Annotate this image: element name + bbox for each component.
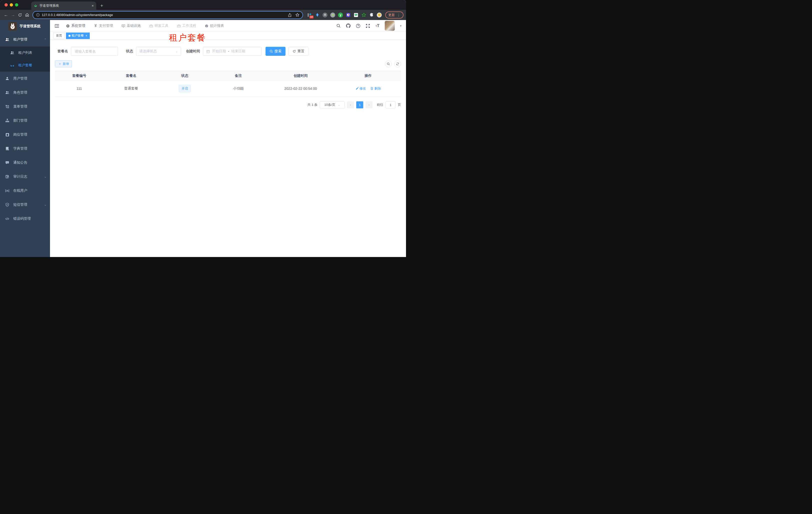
sidebar-item-role-management[interactable]: 角色管理: [0, 86, 50, 100]
ext-smiley-icon[interactable]: [377, 12, 382, 18]
peoples-icon: [5, 37, 9, 42]
ext-puzzle-icon[interactable]: [369, 12, 374, 18]
select-caret-down-icon: ⌄: [175, 50, 178, 53]
tree-icon: [5, 118, 9, 123]
fullscreen-icon[interactable]: [365, 23, 370, 28]
browser-update-chip[interactable]: 更新 ⋮: [385, 11, 404, 19]
share-icon[interactable]: [288, 13, 292, 17]
user-avatar[interactable]: [385, 21, 395, 31]
new-tab-button[interactable]: +: [98, 2, 105, 9]
topnav-item-payment[interactable]: ¥ 支付管理: [94, 24, 113, 28]
post-icon: [5, 133, 9, 137]
topnav-item-workflow[interactable]: 工作流程: [177, 24, 196, 28]
next-page-button[interactable]: ›: [366, 101, 373, 108]
topnav-item-system[interactable]: 系统管理: [66, 24, 85, 28]
sidebar-item-tenant-list[interactable]: 租户列表: [0, 47, 50, 59]
cell-remark: 小功能: [211, 81, 266, 97]
edit-link[interactable]: 修改: [355, 86, 366, 91]
sidebar-item-label: 租户管理: [13, 37, 27, 42]
site-info-icon[interactable]: [36, 13, 40, 17]
browser-menu-dots-icon[interactable]: ⋮: [397, 13, 401, 17]
ext-chat-icon[interactable]: [353, 12, 358, 18]
close-window-button[interactable]: [4, 3, 8, 6]
sidebar-item-notice[interactable]: 通知公告: [0, 156, 50, 170]
sidebar-item-label: 审计日志: [13, 174, 27, 179]
ext-y-icon[interactable]: y: [338, 12, 343, 18]
sidebar-item-tenant-package[interactable]: 租户套餐: [0, 59, 50, 72]
log-icon: [5, 175, 9, 179]
dict-icon: [5, 147, 9, 151]
github-icon[interactable]: [346, 23, 351, 28]
tag-close-icon[interactable]: ×: [86, 34, 87, 37]
sidebar-logo-row[interactable]: 芋道管理系统: [0, 20, 50, 32]
header-search-icon[interactable]: [336, 23, 341, 28]
sidebar-item-tenant-management[interactable]: 租户管理 ⌃: [0, 32, 50, 47]
sidebar-item-menu-management[interactable]: 菜单管理: [0, 100, 50, 114]
topnav-item-infra[interactable]: 基础设施: [121, 24, 141, 28]
date-range-picker[interactable]: 开始日期 - 结束日期: [203, 47, 261, 56]
zoom-window-button[interactable]: [15, 3, 18, 6]
package-name-input-wrap: [71, 47, 118, 56]
tag-label: 首页: [56, 33, 62, 38]
edit-link-label: 修改: [359, 86, 366, 91]
home-icon[interactable]: [24, 11, 30, 19]
sidebar-item-online-users[interactable]: 在线用户: [0, 184, 50, 198]
ext-shield-icon[interactable]: [346, 12, 351, 18]
address-bar[interactable]: 127.0.0.1:48080/admin-ui/system/tenant/p…: [32, 11, 303, 19]
tag-tenant-package[interactable]: 租户套餐 ×: [66, 32, 90, 39]
goto-page-input[interactable]: [385, 101, 396, 108]
url-text[interactable]: 127.0.0.1:48080/admin-ui/system/tenant/p…: [42, 13, 286, 17]
sidebar-item-post-management[interactable]: 岗位管理: [0, 128, 50, 142]
tenant-list-icon: [10, 51, 14, 55]
page-size-select[interactable]: 10条/页 ⌄: [320, 101, 345, 108]
sidebar-item-dict-management[interactable]: 字典管理: [0, 142, 50, 156]
minimize-window-button[interactable]: [10, 3, 13, 6]
col-remark: 备注: [211, 71, 266, 81]
sidebar-item-label: 在线用户: [13, 188, 27, 193]
ext-command-icon[interactable]: ⌘: [322, 12, 327, 18]
prev-page-button[interactable]: ‹: [347, 101, 354, 108]
reset-button[interactable]: 重置: [289, 47, 309, 56]
window-controls: [0, 0, 22, 10]
col-package-name: 套餐名: [104, 71, 159, 81]
tag-home[interactable]: 首页: [54, 32, 64, 39]
ext-star-icon[interactable]: [361, 12, 366, 18]
ext-gem-icon[interactable]: [315, 12, 320, 18]
sidebar-item-label: 错误码管理: [13, 216, 31, 221]
bookmark-star-icon[interactable]: [295, 13, 299, 17]
sidebar-item-dept-management[interactable]: 部门管理: [0, 114, 50, 128]
sidebar-item-error-code[interactable]: 错误码管理: [0, 212, 50, 226]
sidebar-item-user-management[interactable]: 用户管理: [0, 72, 50, 86]
back-icon[interactable]: ←: [2, 11, 9, 19]
forward-icon[interactable]: →: [9, 11, 17, 19]
font-size-icon[interactable]: тT: [375, 23, 380, 28]
reload-icon[interactable]: [17, 11, 24, 19]
browser-tab[interactable]: 芋道管理系统 ×: [31, 1, 96, 10]
tenant-package-icon: [10, 63, 14, 67]
help-icon[interactable]: [355, 23, 360, 28]
topnav-item-dev-tools[interactable]: 研发工具: [149, 24, 169, 28]
package-name-input[interactable]: [74, 49, 115, 54]
sidebar-item-sms-management[interactable]: 短信管理 ⌄: [0, 198, 50, 212]
ext-grid-diamond-icon[interactable]: 10: [307, 12, 312, 18]
cell-actions: 修改 删除: [335, 81, 401, 97]
page-number-1[interactable]: 1: [356, 101, 363, 108]
add-button[interactable]: ＋ 新增: [55, 60, 72, 67]
sidebar-item-audit-log[interactable]: 审计日志 ⌄: [0, 170, 50, 184]
tab-close-icon[interactable]: ×: [91, 4, 94, 7]
delete-link[interactable]: 删除: [370, 86, 381, 91]
col-actions: 操作: [335, 71, 401, 81]
sidebar-collapse-icon[interactable]: [54, 23, 59, 29]
status-select[interactable]: 请选择状态 ⌄: [136, 47, 181, 56]
sidebar-item-label: 部门管理: [13, 118, 27, 123]
avatar-caret-down-icon[interactable]: ▼: [400, 25, 402, 27]
search-button[interactable]: 搜索: [265, 47, 286, 56]
app-title: 芋道管理系统: [20, 24, 40, 29]
ext-record-icon[interactable]: [330, 12, 335, 18]
topnav-item-reports[interactable]: 统计报表: [205, 24, 224, 28]
toggle-search-icon-button[interactable]: [385, 60, 392, 67]
refresh-icon-button[interactable]: [394, 60, 401, 67]
table-row: 111 普通套餐 开启 小功能 2022-02-22 00:54:00 修改: [55, 81, 401, 97]
sidebar-submenu-tenant: 租户列表 租户套餐: [0, 47, 50, 72]
col-package-id: 套餐编号: [55, 71, 104, 81]
